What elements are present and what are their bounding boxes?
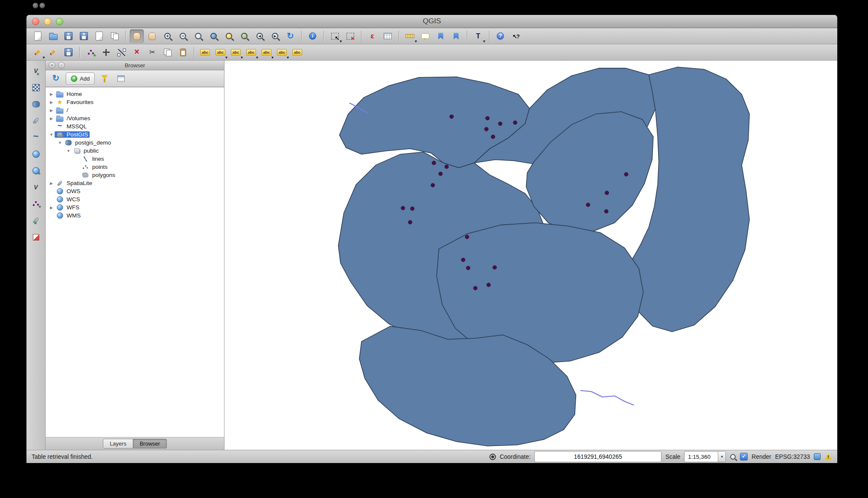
tree-item-volumes[interactable]: /Volumes: [46, 114, 224, 122]
tree-item-postgis[interactable]: PostGIS: [46, 130, 224, 139]
add-feature-button[interactable]: [84, 46, 98, 59]
help-contents-button[interactable]: [493, 29, 507, 43]
tree-item-points[interactable]: points: [46, 163, 224, 171]
paste-features-button[interactable]: [176, 46, 190, 59]
tree-item-body[interactable]: Home: [55, 90, 84, 98]
tree-item-body[interactable]: WFS: [55, 204, 81, 211]
tree-expander-icon[interactable]: [57, 141, 63, 145]
coordinate-target-icon[interactable]: [489, 454, 496, 460]
add-mssql-layer-button[interactable]: [29, 130, 43, 144]
zoom-to-selection-button[interactable]: [222, 29, 236, 43]
tree-item-body[interactable]: lines: [80, 156, 106, 162]
tree-item-root[interactable]: /: [46, 106, 224, 114]
tree-item-body[interactable]: MSSQL: [55, 123, 88, 130]
move-feature-button[interactable]: [99, 46, 113, 59]
add-raster-layer-button[interactable]: [29, 81, 43, 94]
log-messages-icon[interactable]: [824, 454, 832, 460]
tab-browser[interactable]: Browser: [133, 439, 167, 449]
copy-features-button[interactable]: [160, 46, 175, 59]
panel-float-button[interactable]: ◦: [58, 62, 65, 69]
tree-expander-icon[interactable]: [48, 181, 55, 185]
current-edits-button[interactable]: [31, 46, 45, 59]
close-button[interactable]: [32, 18, 39, 25]
tree-item-body[interactable]: postgis_demo: [63, 139, 113, 146]
refresh-map-button[interactable]: [283, 29, 297, 43]
select-features-button[interactable]: [328, 29, 342, 43]
tree-item-body[interactable]: public: [72, 148, 100, 154]
add-postgis-layer-button[interactable]: [29, 97, 43, 111]
tree-item-wfs[interactable]: WFS: [46, 203, 224, 211]
add-wcs-layer-button[interactable]: [29, 164, 43, 177]
save-project-button[interactable]: [61, 29, 76, 43]
save-edits-button[interactable]: [61, 46, 76, 59]
zoom-window-button[interactable]: [56, 18, 63, 25]
save-project-as-button[interactable]: [77, 29, 91, 43]
coordinate-input[interactable]: [534, 451, 661, 462]
add-wfs-layer-button[interactable]: [29, 180, 43, 194]
tree-expander-icon[interactable]: [65, 149, 72, 153]
zoom-to-layer-button[interactable]: [237, 29, 251, 43]
zoom-next-button[interactable]: [268, 29, 282, 43]
select-by-expression-button[interactable]: [365, 29, 379, 43]
label-rotate-button[interactable]: [244, 46, 258, 59]
new-print-composer-button[interactable]: [92, 29, 106, 43]
new-project-button[interactable]: [31, 29, 45, 43]
text-annotation-button[interactable]: [471, 29, 485, 43]
tree-expander-icon[interactable]: [48, 92, 55, 96]
map-svg[interactable]: [224, 61, 837, 450]
filter-browser-button[interactable]: [98, 73, 111, 84]
tree-expander-icon[interactable]: [48, 100, 55, 104]
zoom-out-button[interactable]: [176, 29, 190, 43]
identify-features-button[interactable]: [306, 29, 320, 43]
pan-to-selection-button[interactable]: [145, 29, 159, 43]
open-attribute-table-button[interactable]: [381, 29, 395, 43]
tree-item-body[interactable]: WMS: [55, 212, 82, 219]
open-project-button[interactable]: [46, 29, 60, 43]
deselect-features-button[interactable]: [343, 29, 357, 43]
scale-combo[interactable]: 1:15,360 ▾: [684, 451, 726, 462]
tree-item-body[interactable]: OWS: [55, 188, 82, 195]
tree-expander-icon[interactable]: [48, 116, 55, 121]
tree-item-home[interactable]: Home: [46, 90, 224, 98]
tree-item-favourites[interactable]: Favourites: [46, 98, 224, 106]
properties-button[interactable]: [114, 73, 127, 84]
label-pin-button[interactable]: [259, 46, 274, 59]
tree-item-body[interactable]: polygons: [80, 172, 117, 178]
add-vector-layer-button[interactable]: [29, 64, 43, 78]
zoom-actual-button[interactable]: [191, 29, 205, 43]
title-bar[interactable]: QGIS: [26, 15, 837, 28]
tree-item-body[interactable]: points: [80, 164, 109, 170]
label-properties-button[interactable]: [290, 46, 304, 59]
tree-expander-icon[interactable]: [48, 206, 55, 210]
zoom-last-button[interactable]: [253, 29, 267, 43]
zoom-full-button[interactable]: [207, 29, 221, 43]
crs-status-icon[interactable]: [814, 453, 821, 460]
tree-item-mssql[interactable]: MSSQL: [46, 122, 224, 130]
toggle-editing-button[interactable]: [46, 46, 60, 59]
show-bookmarks-button[interactable]: [449, 29, 463, 43]
zoom-in-button[interactable]: [160, 29, 175, 43]
remove-layer-button[interactable]: [29, 230, 43, 244]
panel-close-button[interactable]: ×: [49, 62, 55, 69]
tree-expander-icon[interactable]: [48, 108, 55, 113]
tree-item-body[interactable]: WCS: [55, 196, 82, 203]
whats-this-button[interactable]: [509, 29, 523, 43]
composer-manager-button[interactable]: [108, 29, 122, 43]
new-spatialite-layer-button[interactable]: [29, 214, 43, 227]
map-tips-button[interactable]: [418, 29, 432, 43]
tab-layers[interactable]: Layers: [103, 439, 133, 449]
tree-item-spatialite[interactable]: SpatiaLite: [46, 179, 224, 187]
tree-item-body[interactable]: PostGIS: [55, 131, 90, 138]
add-wms-layer-button[interactable]: [29, 147, 43, 161]
tree-item-postgis-demo[interactable]: postgis_demo: [46, 139, 224, 147]
label-add-button[interactable]: [213, 46, 227, 59]
browser-panel-header[interactable]: × ◦ Browser: [46, 61, 224, 70]
measure-button[interactable]: [403, 29, 417, 43]
tree-item-body[interactable]: Favourites: [55, 98, 95, 106]
minimize-button[interactable]: [44, 18, 51, 25]
scale-combo-arrow-icon[interactable]: ▾: [718, 452, 725, 462]
tree-item-public[interactable]: public: [46, 147, 224, 155]
pan-map-button[interactable]: [130, 29, 144, 43]
render-checkbox[interactable]: [740, 453, 748, 460]
tree-item-body[interactable]: SpatiaLite: [55, 180, 94, 187]
